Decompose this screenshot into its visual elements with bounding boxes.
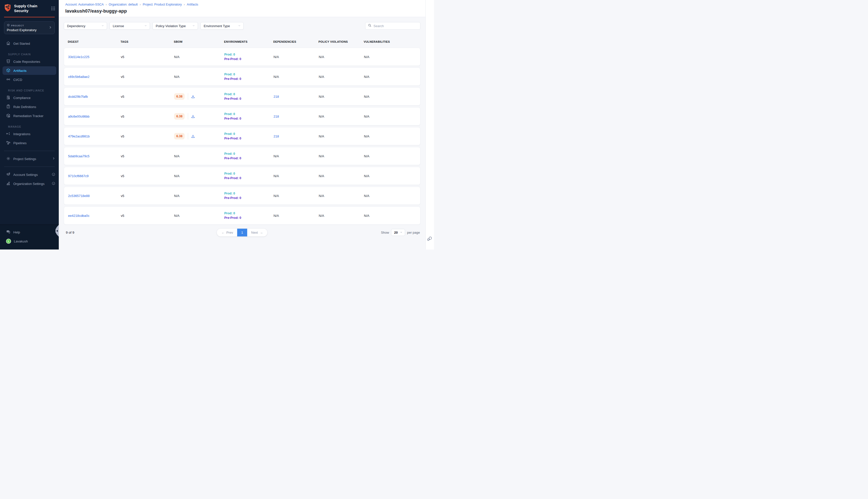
env-prod-value: Prod: 0: [224, 132, 273, 136]
vulnerabilities-value: N/A: [364, 95, 420, 98]
digest-link[interactable]: 479e2acd981b: [68, 134, 90, 138]
sidebar-item-compliance[interactable]: Compliance: [2, 94, 56, 102]
sbom-score-badge: 6.38: [174, 93, 185, 100]
prev-page-button[interactable]: ← Prev: [217, 229, 237, 236]
policy-violations-value: N/A: [319, 55, 364, 59]
dependencies-link[interactable]: 218: [273, 134, 279, 138]
breadcrumb-account[interactable]: Account: Automation-SSCA: [65, 3, 104, 6]
sbom-value: N/A: [174, 55, 179, 59]
column-header-policy-violations: POLICY VIOLATIONS: [319, 40, 364, 43]
digest-link[interactable]: 9710cf6667c9: [68, 174, 89, 178]
sidebar-item-remediation-tracker[interactable]: Remediation Tracker: [2, 112, 56, 120]
cube-icon: [6, 68, 11, 73]
row-count: 9 of 9: [66, 231, 74, 234]
chat-support-icon[interactable]: [427, 236, 433, 242]
sidebar-item-artifacts[interactable]: Artifacts: [2, 66, 56, 75]
table-row: a9c6e00c66bb v5 6.38 Prod: 0 Pre-Prod: 0…: [64, 107, 420, 125]
project-label: PROJECT: [11, 24, 24, 27]
sidebar-item-project-settings[interactable]: Project Settings: [2, 155, 56, 163]
policy-violations-value: N/A: [319, 95, 364, 98]
user-menu[interactable]: L Lavakush: [2, 237, 56, 245]
env-preprod-value: Pre-Prod: 0: [224, 57, 273, 61]
dependencies-cell: N/A: [273, 154, 319, 158]
environments-cell: Prod: 0 Pre-Prod: 0: [224, 93, 273, 100]
digest-link[interactable]: ee4218cdba0c: [68, 214, 89, 218]
info-icon[interactable]: [52, 182, 55, 186]
clipboard-check-icon: [6, 104, 11, 110]
dependencies-cell: 218: [273, 95, 319, 98]
dependencies-link[interactable]: 218: [273, 114, 279, 118]
sbom-value: N/A: [174, 214, 179, 218]
module-grid-icon[interactable]: [51, 6, 55, 11]
environments-cell: Prod: 0 Pre-Prod: 0: [224, 112, 273, 120]
page-number-button[interactable]: 1: [237, 229, 247, 236]
sidebar-item-account-settings[interactable]: Account Settings: [2, 170, 56, 179]
sidebar-item-pipelines[interactable]: Pipelines: [2, 139, 56, 147]
search-box: [365, 22, 420, 30]
digest-link[interactable]: a9c6e00c66bb: [68, 114, 89, 118]
help-button[interactable]: ? Help: [2, 228, 56, 236]
download-sbom-button[interactable]: [191, 95, 195, 99]
app-title: Supply Chain Security: [14, 4, 51, 13]
environments-cell: Prod: 0 Pre-Prod: 0: [224, 132, 273, 140]
env-prod-value: Prod: 0: [224, 211, 273, 215]
digest-link[interactable]: 5dab9caa79c5: [68, 154, 89, 158]
license-filter-dropdown[interactable]: License: [110, 22, 150, 30]
dependencies-cell: N/A: [273, 75, 319, 78]
help-chat-icon: ?: [6, 230, 11, 235]
page-size-select[interactable]: 20: [391, 229, 405, 236]
info-icon[interactable]: [52, 173, 55, 177]
environment-type-filter-dropdown[interactable]: Environment Type: [200, 22, 244, 30]
dependencies-cell: N/A: [273, 194, 319, 198]
tag-value: v5: [121, 194, 174, 198]
divider: [188, 113, 188, 120]
sidebar-item-integrations[interactable]: Integrations: [2, 130, 56, 138]
sbom-cell: N/A: [174, 194, 224, 198]
sidebar-item-organization-settings[interactable]: Organization Settings: [2, 179, 56, 188]
env-preprod-value: Pre-Prod: 0: [224, 77, 273, 81]
project-cube-icon: [7, 24, 10, 27]
dependency-filter-dropdown[interactable]: Dependency: [64, 22, 107, 30]
digest-link[interactable]: c69c5b6a8ae2: [68, 75, 89, 78]
project-selector[interactable]: PROJECT Product Exploratory: [4, 21, 55, 34]
sidebar-item-code-repositories[interactable]: Code Repositories: [2, 57, 56, 66]
table-header: DIGEST TAGS SBOM ENVIRONMENTS DEPENDENCI…: [64, 40, 420, 43]
breadcrumb-separator: ›: [106, 3, 107, 6]
column-header-dependencies: DEPENDENCIES: [273, 40, 319, 43]
breadcrumb-organization[interactable]: Organization: default: [109, 3, 138, 6]
digest-link[interactable]: 33d114e1c225: [68, 55, 89, 59]
dependencies-cell: N/A: [273, 55, 319, 59]
column-header-environments: ENVIRONMENTS: [224, 40, 273, 43]
download-sbom-button[interactable]: [191, 134, 195, 138]
table-body: 33d114e1c225 v5 N/A Prod: 0 Pre-Prod: 0 …: [64, 48, 420, 224]
digest-link[interactable]: 2c5365718e88: [68, 194, 90, 198]
breadcrumb-artifacts[interactable]: Artifacts: [187, 3, 198, 6]
vulnerabilities-value: N/A: [364, 174, 420, 178]
sbom-cell: N/A: [174, 75, 224, 78]
dependencies-cell: N/A: [273, 214, 319, 218]
filter-row: Dependency License Policy Violation Type…: [64, 22, 420, 30]
sidebar-item-rule-definitions[interactable]: Rule Definitions: [2, 102, 56, 111]
show-label: Show: [381, 231, 389, 234]
dependencies-cell: 218: [273, 114, 319, 118]
sidebar-footer: ? Help L Lavakush: [0, 224, 59, 250]
search-input[interactable]: [373, 24, 418, 28]
download-sbom-button[interactable]: [191, 114, 195, 119]
sidebar-item-cicd[interactable]: CI/CD: [2, 75, 56, 84]
chevron-down-icon: [400, 231, 402, 234]
next-page-button[interactable]: Next →: [247, 229, 268, 236]
environments-cell: Prod: 0 Pre-Prod: 0: [224, 192, 273, 200]
sidebar-item-get-started[interactable]: Get Started: [2, 39, 56, 48]
document-search-icon: [6, 95, 11, 100]
sbom-cell: 6.38: [174, 113, 224, 120]
environments-cell: Prod: 0 Pre-Prod: 0: [224, 53, 273, 61]
dependencies-link[interactable]: 218: [273, 95, 279, 98]
breadcrumb-project[interactable]: Project: Product Exploratory: [142, 3, 182, 6]
env-preprod-value: Pre-Prod: 0: [224, 97, 273, 100]
policy-violation-type-filter-dropdown[interactable]: Policy Violation Type: [152, 22, 198, 30]
digest-link[interactable]: dcdd29b7fafb: [68, 95, 88, 98]
chevron-down-icon: [192, 24, 195, 28]
dependencies-cell: 218: [273, 134, 319, 138]
sbom-cell: N/A: [174, 55, 224, 59]
pager: ← Prev 1 Next →: [217, 229, 267, 236]
